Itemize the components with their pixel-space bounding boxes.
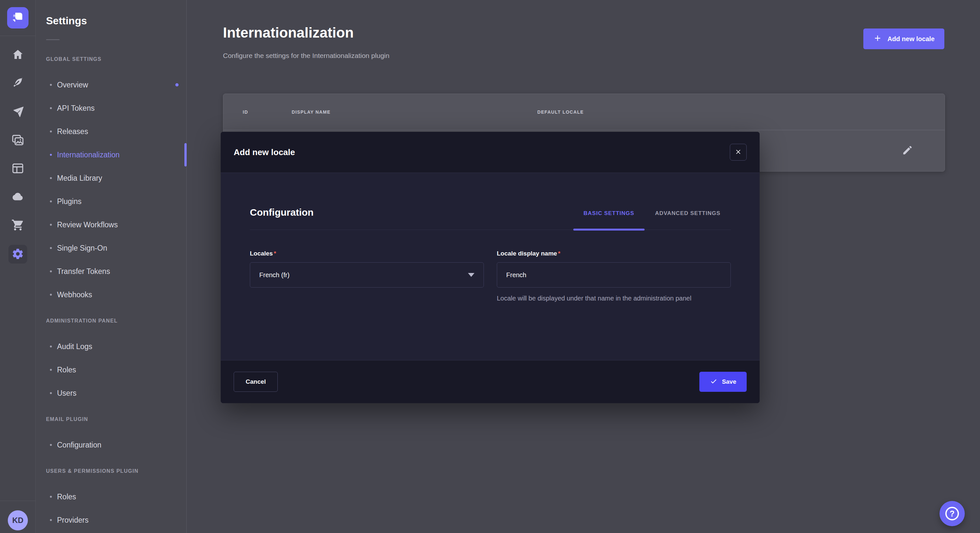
media-library-nav-button[interactable] <box>10 133 25 148</box>
section-administration-panel: ADMINISTRATION PANEL Audit Logs Roles Us… <box>36 318 186 405</box>
page-subtitle: Configure the settings for the Internati… <box>223 52 390 60</box>
settings-sidebar: Settings GLOBAL SETTINGS Overview API To… <box>36 0 187 533</box>
modal-close-button[interactable] <box>730 144 747 160</box>
close-icon <box>735 148 742 156</box>
column-display-name: DISPLAY NAME <box>292 109 537 115</box>
chevron-down-icon <box>468 273 474 277</box>
sidebar-item-admin-users[interactable]: Users <box>36 381 186 405</box>
layout-icon <box>11 162 24 176</box>
strapi-logo-icon <box>11 10 25 25</box>
deploy-cloud-nav-button[interactable] <box>10 189 25 204</box>
sidebar-item-label: Media Library <box>57 174 102 182</box>
plus-icon <box>873 34 882 44</box>
sidebar-item-label: Single Sign-On <box>57 244 107 252</box>
cloud-icon <box>11 190 25 204</box>
sidebar-item-single-sign-on[interactable]: Single Sign-On <box>36 236 186 260</box>
sidebar-item-label: Users <box>57 389 76 398</box>
sidebar-item-label: Plugins <box>57 197 81 206</box>
locales-table-header: ID DISPLAY NAME DEFAULT LOCALE <box>223 94 945 130</box>
save-label: Save <box>722 378 736 385</box>
section-label: GLOBAL SETTINGS <box>46 56 186 62</box>
sidebar-item-label: API Tokens <box>57 104 95 113</box>
required-asterisk: * <box>558 250 560 257</box>
sidebar-item-api-tokens[interactable]: API Tokens <box>36 97 186 120</box>
content-manager-nav-button[interactable] <box>10 76 25 91</box>
sidebar-item-plugins[interactable]: Plugins <box>36 190 186 213</box>
pencil-icon <box>902 144 913 157</box>
sidebar-item-audit-logs[interactable]: Audit Logs <box>36 335 186 358</box>
sidebar-item-review-workflows[interactable]: Review Workflows <box>36 213 186 236</box>
sidebar-item-email-configuration[interactable]: Configuration <box>36 433 186 457</box>
column-default-locale: DEFAULT LOCALE <box>537 109 945 115</box>
section-users-permissions-plugin: USERS & PERMISSIONS PLUGIN Roles Provide… <box>36 468 186 532</box>
modal-fields: Locales* French (fr) Locale display name… <box>250 250 731 309</box>
display-name-hint: Locale will be displayed under that name… <box>497 293 711 303</box>
modal-title: Add new locale <box>234 148 295 157</box>
strapi-logo[interactable] <box>7 7 29 29</box>
display-name-input[interactable] <box>497 262 731 287</box>
add-new-locale-label: Add new locale <box>887 35 935 43</box>
sidebar-item-label: Webhooks <box>57 290 92 299</box>
sidebar-item-admin-roles[interactable]: Roles <box>36 358 186 381</box>
settings-tabs: BASIC SETTINGS ADVANCED SETTINGS <box>573 210 731 230</box>
tab-advanced-settings[interactable]: ADVANCED SETTINGS <box>644 210 731 230</box>
section-email-plugin: EMAIL PLUGIN Configuration <box>36 416 186 457</box>
section-label: EMAIL PLUGIN <box>46 416 186 422</box>
shopping-cart-icon <box>11 219 24 233</box>
rail-bottom-divider <box>0 501 36 501</box>
bullet-icon <box>50 130 52 132</box>
add-new-locale-button[interactable]: Add new locale <box>863 29 944 49</box>
bullet-icon <box>50 177 52 179</box>
configuration-header: Configuration BASIC SETTINGS ADVANCED SE… <box>250 173 731 230</box>
bullet-icon <box>50 247 52 249</box>
paper-plane-icon <box>11 106 24 119</box>
sidebar-item-up-roles[interactable]: Roles <box>36 485 186 508</box>
edit-locale-button[interactable] <box>900 143 915 159</box>
bullet-icon <box>50 84 52 86</box>
sidebar-item-label: Providers <box>57 516 89 525</box>
bullet-icon <box>50 444 52 446</box>
settings-nav-button[interactable] <box>8 245 27 263</box>
sidebar-item-transfer-tokens[interactable]: Transfer Tokens <box>36 260 186 283</box>
bullet-icon <box>50 369 52 371</box>
bullet-icon <box>50 200 52 202</box>
feather-icon <box>11 77 24 90</box>
sidebar-item-overview[interactable]: Overview <box>36 73 186 97</box>
sidebar-item-up-providers[interactable]: Providers <box>36 508 186 532</box>
sidebar-title: Settings <box>46 15 186 27</box>
locales-field: Locales* French (fr) <box>250 250 484 309</box>
gear-icon <box>12 248 24 261</box>
bullet-icon <box>50 270 52 272</box>
marketplace-nav-button[interactable] <box>10 218 25 233</box>
section-label: ADMINISTRATION PANEL <box>46 318 186 324</box>
settings-menu: GLOBAL SETTINGS Overview API Tokens Rele… <box>36 56 186 532</box>
sidebar-item-label: Roles <box>57 366 76 374</box>
bullet-icon <box>50 294 52 296</box>
bullet-icon <box>50 496 52 498</box>
release-nav-button[interactable] <box>10 105 25 120</box>
pictures-icon <box>11 133 25 148</box>
help-button[interactable]: ? <box>940 501 965 526</box>
save-button[interactable]: Save <box>699 372 747 392</box>
locales-select[interactable]: French (fr) <box>250 262 484 287</box>
bullet-icon <box>50 392 52 394</box>
app-root: KD Settings GLOBAL SETTINGS Overview API… <box>0 0 980 533</box>
check-icon <box>710 377 718 387</box>
notification-dot <box>175 83 178 86</box>
sidebar-item-releases[interactable]: Releases <box>36 120 186 143</box>
sidebar-item-internationalization[interactable]: Internationalization <box>36 143 186 167</box>
cancel-button[interactable]: Cancel <box>234 372 278 392</box>
sidebar-item-media-library[interactable]: Media Library <box>36 167 186 190</box>
modal-footer: Cancel Save <box>221 360 760 403</box>
avatar-initials: KD <box>12 516 24 525</box>
required-asterisk: * <box>274 250 276 257</box>
home-nav-button[interactable] <box>10 48 25 62</box>
tab-basic-settings[interactable]: BASIC SETTINGS <box>573 210 645 230</box>
sidebar-item-webhooks[interactable]: Webhooks <box>36 283 186 306</box>
sidebar-item-label: Internationalization <box>57 151 119 159</box>
user-avatar[interactable]: KD <box>8 510 28 530</box>
sidebar-item-label: Transfer Tokens <box>57 267 110 276</box>
locales-label: Locales* <box>250 250 484 257</box>
content-type-builder-nav-button[interactable] <box>10 161 25 176</box>
modal-header: Add new locale <box>221 132 760 173</box>
